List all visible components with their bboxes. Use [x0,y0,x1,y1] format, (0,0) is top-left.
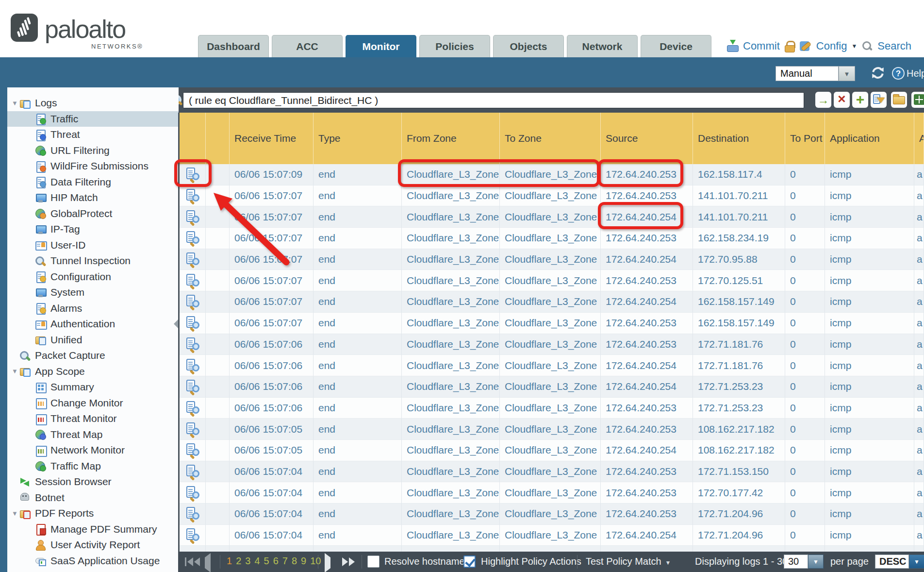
sidebar-item[interactable]: ▼ URL Filtering [7,143,179,159]
sidebar-item[interactable]: ▼ HIP Match [7,190,179,206]
log-row[interactable]: 06/06 15:07:06 end Cloudflare_L3_Zone Cl… [180,398,924,419]
per-page-select[interactable]: 30 [784,555,808,569]
sort-order-dropdown-button[interactable]: ▼ [909,555,924,569]
log-detail-magnifier-icon[interactable] [185,422,200,437]
log-row[interactable]: 06/06 15:07:07 end Cloudflare_L3_Zone Cl… [180,291,924,313]
sidebar-item[interactable]: ▼ WildFire Submissions [7,158,179,174]
log-detail-magnifier-icon[interactable] [185,210,200,224]
column-header[interactable]: Type [314,113,402,164]
log-row[interactable]: 06/06 15:07:07 end Cloudflare_L3_Zone Cl… [180,313,924,334]
log-detail-magnifier-icon[interactable] [185,294,200,309]
column-header[interactable]: To Zone [500,113,601,164]
config-caret-icon[interactable]: ▼ [851,43,857,50]
page-number[interactable]: 3 [245,555,250,567]
search-link[interactable]: Search [877,40,911,52]
column-header[interactable]: A [914,113,924,164]
log-row[interactable] [180,546,924,552]
sidebar-item[interactable]: ▼ PDF Reports [7,505,179,522]
sidebar-item[interactable]: ▼ Tunnel Inspection [7,253,179,269]
column-header[interactable]: From Zone [402,113,500,164]
page-number[interactable]: 1 [227,555,232,567]
sidebar-item[interactable]: ▼ Summary [7,379,179,395]
commit-link[interactable]: Commit [743,40,780,52]
nav-tab[interactable]: Network [567,35,638,57]
sidebar-item[interactable]: ▼ Manage PDF Summary [7,522,179,538]
sidebar-item[interactable]: ▼ Packet Capture [7,348,179,364]
page-number[interactable]: 9 [301,555,306,567]
test-policy-match-button[interactable]: Test Policy Match▼ [586,556,671,567]
log-row[interactable]: 06/06 15:07:04 end Cloudflare_L3_Zone Cl… [180,504,924,525]
column-header[interactable]: Source [601,113,693,164]
load-filter-button[interactable] [891,92,907,108]
column-header[interactable] [206,113,230,164]
help-icon[interactable]: ? [892,67,905,80]
sidebar-item[interactable]: ▼ Unified [7,332,179,348]
column-header[interactable]: Destination [693,113,785,164]
log-detail-magnifier-icon[interactable] [185,316,200,330]
column-header[interactable] [180,113,206,164]
column-header[interactable]: Receive Time [230,113,314,164]
prev-page-button[interactable] [205,557,211,569]
sidebar-item[interactable]: ▼ Change Monitor [7,395,179,411]
sidebar-item[interactable]: ▼ Data Filtering [7,174,179,190]
sidebar-item[interactable]: ▼ Botnet [7,490,179,506]
per-page-dropdown-button[interactable]: ▼ [808,555,824,569]
save-filter-button[interactable] [871,92,887,108]
clear-filter-button[interactable]: × [834,92,850,108]
expand-triangle-icon[interactable]: ▼ [11,100,19,107]
add-filter-button[interactable]: + [852,92,868,108]
log-row[interactable]: 06/06 15:07:05 end Cloudflare_L3_Zone Cl… [180,440,924,461]
log-detail-magnifier-icon[interactable] [185,358,200,373]
last-page-button[interactable] [342,557,355,566]
apply-filter-button[interactable]: → [815,92,831,108]
log-row[interactable]: 06/06 15:07:07 end Cloudflare_L3_Zone Cl… [180,270,924,291]
page-number[interactable]: 8 [292,555,297,567]
log-row[interactable]: 06/06 15:07:04 end Cloudflare_L3_Zone Cl… [180,461,924,483]
nav-tab[interactable]: Objects [493,35,564,57]
sidebar-item[interactable]: ▼ App Scope [7,364,179,380]
log-detail-magnifier-icon[interactable] [185,506,200,521]
log-row[interactable]: 06/06 15:07:06 end Cloudflare_L3_Zone Cl… [180,376,924,398]
sidebar-item[interactable]: ▼ Threat Map [7,427,179,443]
sidebar-item[interactable]: ▼ Network Monitor [7,442,179,458]
log-detail-magnifier-icon[interactable] [185,252,200,267]
export-logs-button[interactable] [911,92,924,108]
column-header[interactable]: To Port [785,113,825,164]
log-row[interactable]: 06/06 15:07:05 end Cloudflare_L3_Zone Cl… [180,419,924,440]
sidebar-item[interactable]: ▼ Threat Monitor [7,411,179,427]
refresh-icon[interactable] [870,65,886,83]
log-row[interactable]: 06/06 15:07:07 end Cloudflare_L3_Zone Cl… [180,228,924,249]
log-row[interactable]: 06/06 15:07:07 end Cloudflare_L3_Zone Cl… [180,185,924,207]
log-row[interactable]: 06/06 15:07:04 end Cloudflare_L3_Zone Cl… [180,482,924,504]
next-page-button[interactable] [325,557,330,569]
log-detail-magnifier-icon[interactable] [185,486,200,500]
log-detail-magnifier-icon[interactable] [185,443,200,457]
expand-triangle-icon[interactable]: ▼ [11,368,19,375]
resolve-hostname-checkbox[interactable] [367,555,380,568]
sidebar-item[interactable]: ▼ GlobalProtect [7,206,179,222]
page-number[interactable]: 5 [264,555,269,567]
nav-tab[interactable]: Dashboard [198,35,269,57]
sidebar-item[interactable]: ▼ User Activity Report [7,537,179,553]
log-detail-magnifier-icon[interactable] [185,273,200,288]
log-row[interactable]: 06/06 15:07:09 end Cloudflare_L3_Zone Cl… [180,164,924,185]
first-page-button[interactable] [185,557,200,566]
sort-order-select[interactable]: DESC [875,555,909,569]
log-detail-magnifier-icon[interactable] [185,401,200,415]
log-detail-magnifier-icon[interactable] [185,188,200,203]
page-number[interactable]: 10 [310,555,321,567]
sidebar-item[interactable]: ▼ Authentication [7,316,179,332]
sidebar-item[interactable]: ▼ System [7,285,179,301]
log-detail-magnifier-icon[interactable] [185,231,200,245]
nav-tab[interactable]: Policies [419,35,490,57]
sidebar-item[interactable]: ▼ Traffic Map [7,458,179,474]
log-row[interactable]: 06/06 15:07:04 end Cloudflare_L3_Zone Cl… [180,525,924,546]
log-detail-magnifier-icon[interactable] [185,167,200,182]
sidebar-item[interactable]: ▼ Session Browser [7,474,179,490]
log-row[interactable]: 06/06 15:07:07 end Cloudflare_L3_Zone Cl… [180,249,924,270]
sidebar-item[interactable]: ▼ Configuration [7,269,179,285]
refresh-mode-dropdown-button[interactable]: ▼ [839,66,855,81]
log-row[interactable]: 06/06 15:07:07 end Cloudflare_L3_Zone Cl… [180,206,924,228]
log-row[interactable]: 06/06 15:07:06 end Cloudflare_L3_Zone Cl… [180,334,924,355]
sidebar-item[interactable]: ▼ Logs [7,95,179,111]
